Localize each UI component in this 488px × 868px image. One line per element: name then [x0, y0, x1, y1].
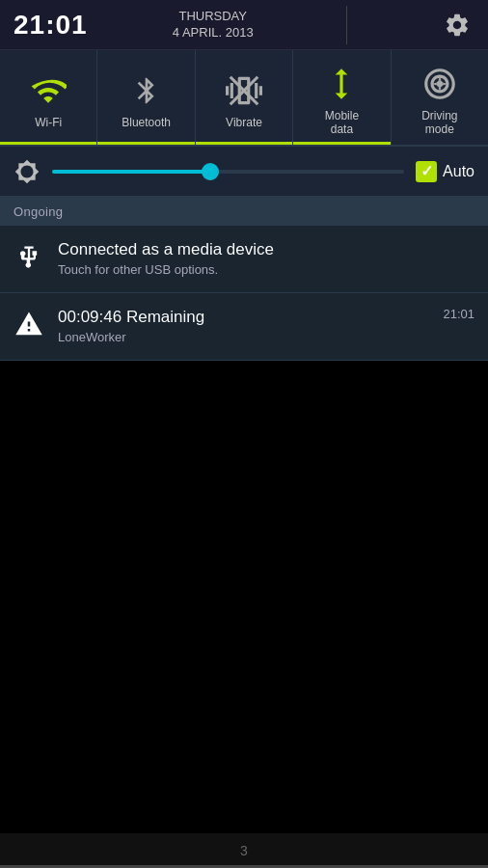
bluetooth-active-bar	[97, 142, 194, 145]
bluetooth-icon	[125, 69, 168, 112]
wifi-icon	[27, 69, 69, 112]
settings-button[interactable]	[440, 8, 474, 42]
status-time: 21:01	[14, 10, 88, 41]
vibrate-icon	[223, 69, 265, 112]
notifications-list: Connected as a media device Touch for ot…	[0, 226, 488, 361]
notification-usb[interactable]: Connected as a media device Touch for ot…	[0, 226, 488, 293]
usb-notif-subtitle: Touch for other USB options.	[58, 262, 474, 279]
driving-active-bar	[392, 142, 488, 145]
mobiledata-active-bar	[293, 142, 390, 145]
vibrate-active-bar	[196, 142, 292, 145]
loneworker-notif-subtitle: LoneWorker	[58, 330, 429, 346]
toggle-wifi-label: Wi-Fi	[35, 116, 62, 129]
status-day: THURSDAY	[178, 9, 247, 25]
usb-icon	[14, 241, 44, 272]
ongoing-header: Ongoing	[0, 197, 488, 226]
toggle-bluetooth-label: Bluetooth	[122, 116, 171, 129]
brightness-bar: ✓ Auto	[0, 147, 488, 197]
notification-loneworker[interactable]: 00:09:46 Remaining LoneWorker 21:01	[0, 293, 488, 361]
checkmark-icon: ✓	[420, 164, 433, 179]
brightness-icon	[14, 158, 41, 185]
toggle-mobiledata[interactable]: Mobile data	[293, 50, 391, 145]
toggle-mobiledata-label: Mobile data	[325, 109, 359, 137]
brightness-slider[interactable]	[52, 170, 404, 174]
ongoing-title: Ongoing	[14, 204, 63, 219]
toggle-bluetooth[interactable]: Bluetooth	[97, 50, 195, 145]
toggle-vibrate[interactable]: Vibrate	[196, 50, 293, 145]
mobiledata-icon	[320, 63, 363, 105]
toggle-driving[interactable]: Driving mode	[392, 50, 488, 145]
status-divider	[346, 6, 347, 44]
usb-notif-title: Connected as a media device	[58, 239, 474, 260]
bottom-bar: 3	[0, 833, 488, 868]
auto-label: Auto	[443, 163, 474, 180]
toggle-driving-label: Driving mode	[421, 109, 457, 137]
auto-brightness-toggle[interactable]: ✓ Auto	[416, 161, 474, 182]
slider-fill	[52, 170, 210, 174]
loneworker-notif-content: 00:09:46 Remaining LoneWorker	[58, 307, 429, 346]
loneworker-notif-title: 00:09:46 Remaining	[58, 307, 429, 328]
toggle-vibrate-label: Vibrate	[226, 116, 262, 129]
wifi-active-bar	[0, 142, 96, 145]
page-number: 3	[240, 843, 248, 858]
loneworker-notif-time: 21:01	[443, 307, 474, 321]
warning-icon	[14, 309, 44, 339]
auto-checkbox-box: ✓	[416, 161, 437, 182]
quick-toggles: Wi-Fi Bluetooth Vibrate	[0, 50, 488, 147]
usb-notif-content: Connected as a media device Touch for ot…	[58, 239, 474, 279]
toggle-wifi[interactable]: Wi-Fi	[0, 50, 97, 145]
status-date: 4 APRIL. 2013	[173, 25, 254, 41]
status-bar: 21:01 THURSDAY 4 APRIL. 2013	[0, 0, 488, 50]
gear-icon	[444, 12, 471, 39]
driving-icon	[419, 63, 461, 105]
svg-point-2	[437, 80, 443, 86]
slider-thumb	[202, 163, 219, 180]
